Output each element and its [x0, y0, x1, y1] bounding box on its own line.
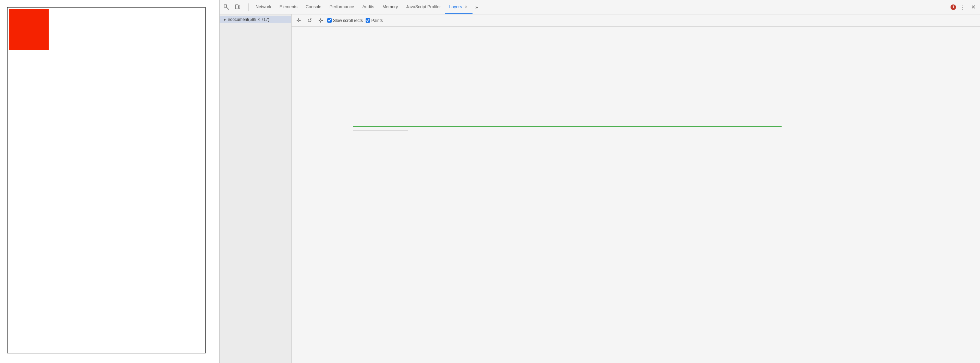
- error-badge: 1: [951, 5, 956, 10]
- red-box: [9, 9, 49, 50]
- layers-rotate-button[interactable]: ↺: [305, 16, 313, 25]
- tab-console[interactable]: Console: [302, 0, 326, 14]
- devtools-inner: ✛ ↺ ⊹ Slow scroll rects Paints: [291, 14, 980, 363]
- svg-rect-2: [239, 6, 240, 8]
- browser-viewport: [0, 0, 219, 363]
- layer-green-line: [353, 126, 781, 127]
- devtools-menu-button[interactable]: ⋮: [958, 2, 967, 12]
- page-canvas: [7, 7, 205, 353]
- devtools-right-icons: 1 ⋮ ✕: [951, 2, 978, 12]
- paints-checkbox[interactable]: [366, 18, 370, 22]
- svg-rect-0: [224, 5, 226, 7]
- devtools-left-icons: [222, 2, 242, 12]
- slow-scroll-rects-label[interactable]: Slow scroll rects: [327, 18, 363, 23]
- devtools-overflow-button[interactable]: »: [473, 3, 481, 11]
- layer-black-line: [353, 130, 408, 130]
- layers-move-button[interactable]: ⊹: [316, 16, 325, 25]
- slow-scroll-rects-checkbox[interactable]: [327, 18, 332, 22]
- tab-elements[interactable]: Elements: [275, 0, 302, 14]
- tab-layers-close-button[interactable]: ✕: [464, 5, 468, 9]
- tab-audits[interactable]: Audits: [358, 0, 378, 14]
- devtools-separator: [248, 3, 249, 11]
- devtools-tabs: Network Elements Console Performance Aud…: [251, 0, 948, 14]
- layers-pan-button[interactable]: ✛: [294, 16, 302, 25]
- tab-javascript-profiler[interactable]: JavaScript Profiler: [402, 0, 445, 14]
- tree-expand-arrow: ▶: [223, 17, 227, 22]
- devtools-content: ▶ #document(599 × 717) ✛ ↺ ⊹ Slow scroll…: [220, 14, 980, 363]
- tab-performance[interactable]: Performance: [326, 0, 358, 14]
- tab-network[interactable]: Network: [251, 0, 275, 14]
- paints-label[interactable]: Paints: [366, 18, 383, 23]
- tab-memory[interactable]: Memory: [378, 0, 402, 14]
- devtools-panel: Network Elements Console Performance Aud…: [219, 0, 980, 363]
- layers-tree-document-item[interactable]: ▶ #document(599 × 717): [220, 16, 291, 23]
- tab-layers[interactable]: Layers ✕: [445, 0, 473, 14]
- layers-secondary-toolbar: ✛ ↺ ⊹ Slow scroll rects Paints: [291, 14, 980, 27]
- svg-rect-1: [235, 5, 238, 9]
- error-badge-icon: 1: [951, 5, 956, 10]
- device-toolbar-button[interactable]: [233, 2, 242, 12]
- devtools-toolbar: Network Elements Console Performance Aud…: [220, 0, 980, 14]
- devtools-close-button[interactable]: ✕: [968, 2, 978, 12]
- layers-tree-panel: ▶ #document(599 × 717): [220, 14, 291, 363]
- layers-3d-area[interactable]: [291, 27, 980, 363]
- inspect-element-button[interactable]: [222, 2, 231, 12]
